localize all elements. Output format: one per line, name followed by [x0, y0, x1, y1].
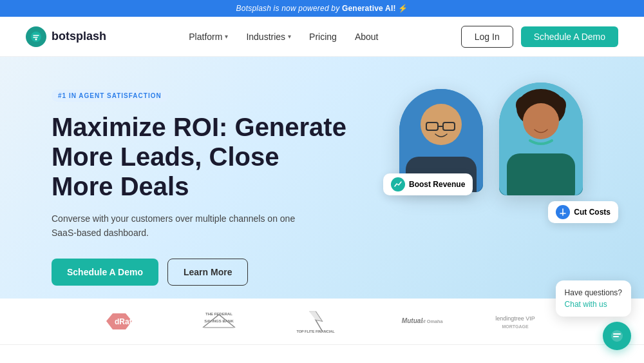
svg-text:lendingtree VIP: lendingtree VIP — [495, 315, 535, 322]
partner-mutual-omaha: Mutual of Omaha — [377, 310, 448, 333]
person-card-2 — [499, 83, 583, 195]
chevron-down-icon: ▾ — [225, 33, 228, 40]
schedule-demo-button[interactable]: Schedule A Demo — [52, 259, 158, 286]
logo-text: botsplash — [52, 30, 106, 43]
boost-revenue-label: Boost Revenue — [409, 180, 465, 189]
chat-question: Have questions? — [565, 287, 622, 299]
top-banner: Botsplash is now powered by Generative A… — [0, 0, 644, 17]
nav-item-industries[interactable]: Industries ▾ — [246, 32, 291, 42]
cut-costs-badge: Cut Costs — [548, 201, 618, 223]
svg-point-12 — [523, 103, 559, 139]
banner-text: Botsplash is now powered by Generative A… — [236, 4, 408, 13]
chevron-down-icon: ▾ — [288, 33, 291, 40]
svg-text:TOP FLITE FINANCIAL: TOP FLITE FINANCIAL — [296, 329, 335, 333]
svg-text:Mutual: Mutual — [402, 317, 423, 324]
learn-more-button[interactable]: Learn More — [167, 259, 248, 286]
svg-text:MORTGAGE: MORTGAGE — [502, 324, 529, 329]
boost-icon — [391, 177, 405, 191]
hero-badge: #1 IN AGENT SATISFACTION — [52, 90, 168, 102]
partner-drate: dRate — [93, 310, 151, 333]
partner-federal-savings: THE FEDERAL SAVINGS BANK — [184, 310, 254, 333]
partner-lendingtree: lendingtree VIP MORTGAGE — [480, 310, 551, 333]
chat-open-button[interactable] — [603, 322, 631, 350]
partners-section: dRate THE FEDERAL SAVINGS BANK TOP FLITE… — [0, 299, 644, 345]
svg-point-0 — [31, 32, 41, 42]
chat-bubble: Have questions? Chat with us — [556, 280, 631, 317]
cut-costs-icon — [556, 205, 570, 219]
nav-item-about[interactable]: About — [355, 32, 379, 42]
nav-actions: Log In Schedule A Demo — [461, 26, 618, 48]
demo-button-nav[interactable]: Schedule A Demo — [521, 26, 618, 47]
chat-widget: Have questions? Chat with us — [556, 280, 631, 350]
logo-area: botsplash — [26, 26, 106, 47]
boost-revenue-badge: Boost Revenue — [383, 173, 473, 195]
hero-section: #1 IN AGENT SATISFACTION Maximize ROI: G… — [0, 57, 644, 299]
person-silhouette-2 — [499, 83, 583, 195]
hero-title: Maximize ROI: Generate More Leads, Close… — [52, 112, 348, 201]
svg-text:of Omaha: of Omaha — [421, 319, 444, 324]
nav-item-platform[interactable]: Platform ▾ — [189, 32, 228, 42]
svg-text:THE FEDERAL: THE FEDERAL — [205, 312, 232, 316]
chat-action: Chat with us — [565, 299, 622, 310]
navbar: botsplash Platform ▾ Industries ▾ Pricin… — [0, 17, 644, 57]
nav-links: Platform ▾ Industries ▾ Pricing About — [189, 32, 378, 42]
bottom-section: Higher revenue need not come at higher c… — [0, 345, 644, 363]
hero-images: Boost Revenue Cut Costs — [374, 83, 618, 231]
cut-costs-label: Cut Costs — [574, 208, 611, 217]
partner-top-flite: TOP FLITE FINANCIAL — [287, 310, 345, 333]
logo-icon — [26, 26, 46, 47]
hero-left: #1 IN AGENT SATISFACTION Maximize ROI: G… — [52, 83, 348, 286]
login-button[interactable]: Log In — [461, 26, 513, 48]
svg-point-1 — [35, 38, 37, 40]
svg-rect-13 — [507, 153, 575, 195]
hero-buttons: Schedule A Demo Learn More — [52, 259, 348, 286]
hero-description: Converse with your customers over multip… — [52, 211, 296, 240]
svg-text:dRate: dRate — [115, 317, 137, 326]
nav-item-pricing[interactable]: Pricing — [309, 32, 337, 42]
